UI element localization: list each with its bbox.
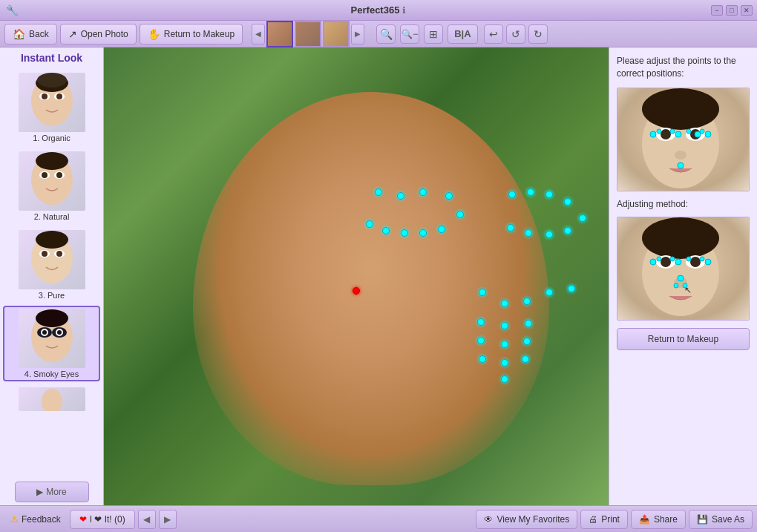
look-thumb-5 [19, 387, 85, 411]
strip-next-button[interactable]: ▶ [351, 24, 364, 45]
redo-back-button[interactable]: ↺ [506, 24, 525, 44]
strip-prev-button[interactable]: ◀ [252, 24, 265, 45]
more-button[interactable]: ▶ More [15, 482, 89, 502]
face-landmark-point[interactable] [353, 287, 360, 295]
svg-point-12 [36, 152, 68, 170]
app-title: Perfect365 [351, 4, 400, 16]
look-item-pure[interactable]: 3. Pure [3, 227, 100, 303]
face-landmark-point[interactable] [382, 227, 390, 234]
return-to-makeup-button[interactable]: Return to Makeup [617, 328, 750, 350]
face-landmark-point[interactable] [501, 375, 508, 383]
bottom-prev-button[interactable]: ◀ [138, 510, 156, 529]
settings-icon: 🔧 [6, 4, 19, 16]
save-as-button[interactable]: 💾 Save As [689, 510, 753, 529]
photo-thumb-3[interactable] [323, 21, 350, 47]
title-bar: 🔧 Perfect365 ℹ − □ ✕ [0, 0, 757, 21]
bia-button[interactable]: B|A [448, 24, 477, 44]
look-thumb-organic [19, 73, 85, 132]
more-icon: ▶ [36, 487, 43, 497]
svg-point-18 [36, 231, 68, 249]
face-landmark-point[interactable] [479, 355, 486, 363]
photo-strip: ◀ ▶ [252, 21, 364, 47]
undo-button[interactable]: ↩ [484, 24, 503, 44]
share-label: Share [654, 514, 678, 525]
look-thumb-smoky-eyes [19, 309, 85, 368]
print-button[interactable]: 🖨 Print [580, 510, 628, 529]
return-to-makeup-toolbar-button[interactable]: ✋ Return to Makeup [140, 24, 243, 45]
svg-point-57 [705, 259, 711, 265]
look-thumb-natural [19, 151, 85, 211]
face-landmark-point[interactable] [445, 192, 453, 200]
face-landmark-point[interactable] [419, 229, 427, 237]
face-landmark-point[interactable] [564, 227, 571, 234]
svg-point-52 [657, 257, 661, 261]
face-landmark-point[interactable] [545, 231, 553, 238]
back-icon: 🏠 [13, 28, 25, 40]
reference-face-image [617, 88, 750, 191]
look-face-natural [19, 151, 85, 211]
face-landmark-point[interactable] [525, 320, 532, 327]
svg-point-51 [650, 259, 656, 265]
face-landmark-point[interactable] [501, 322, 508, 329]
svg-point-36 [675, 131, 681, 137]
face-landmark-point[interactable] [545, 191, 553, 198]
face-landmark-point[interactable] [527, 188, 534, 196]
face-landmark-point[interactable] [438, 226, 445, 233]
zoom-in-button[interactable]: 🔍 [376, 24, 396, 44]
face-landmark-point[interactable] [477, 337, 485, 344]
center-photo-area[interactable] [104, 47, 609, 505]
view-favorites-button[interactable]: 👁 View My Favorites [476, 510, 577, 529]
face-landmark-point[interactable] [508, 191, 516, 198]
face-landmark-point[interactable] [477, 318, 485, 326]
face-landmark-point[interactable] [568, 285, 575, 292]
face-landmark-point[interactable] [479, 289, 486, 296]
adjusting-face-svg: ↖ [617, 217, 744, 320]
makeup-icon: ✋ [148, 28, 160, 40]
face-landmark-point[interactable] [401, 229, 408, 237]
bottom-next-button[interactable]: ▶ [159, 510, 177, 529]
feedback-button[interactable]: ⚠ Feedback [4, 510, 67, 529]
face-landmark-point[interactable] [522, 355, 529, 363]
face-landmark-point[interactable] [397, 192, 404, 200]
open-photo-label: Open Photo [81, 29, 128, 39]
photo-thumb-2[interactable] [295, 21, 321, 47]
face-landmark-point[interactable] [523, 338, 531, 345]
face-landmark-point[interactable] [375, 188, 382, 196]
face-landmark-point[interactable] [501, 300, 508, 307]
face-landmark-point[interactable] [501, 341, 508, 348]
svg-point-4 [56, 93, 62, 99]
face-landmark-point[interactable] [579, 214, 586, 222]
face-landmark-point[interactable] [525, 229, 532, 237]
look-item-natural[interactable]: 2. Natural [3, 148, 100, 224]
face-landmark-point[interactable] [419, 188, 427, 196]
look-item-organic[interactable]: 1. Organic [3, 70, 100, 145]
look-item-5[interactable] [3, 384, 100, 414]
maximize-button[interactable]: □ [726, 5, 738, 16]
love-it-button[interactable]: ❤ I ❤ It! (0) [70, 510, 135, 529]
face-landmark-point[interactable] [507, 224, 514, 231]
adjust-instruction: Please adjust the points to the correct … [617, 55, 750, 80]
back-button[interactable]: 🏠 Back [4, 24, 57, 45]
look-face-organic [19, 73, 85, 132]
eye-icon: 👁 [484, 514, 493, 525]
reference-face-svg [617, 88, 744, 191]
zoom-controls: 🔍 🔍− ⊞ B|A [376, 24, 477, 44]
zoom-out-button[interactable]: 🔍− [400, 24, 419, 44]
photo-thumb-1[interactable] [266, 21, 293, 47]
redo-forward-button[interactable]: ↻ [528, 24, 548, 44]
open-photo-button[interactable]: ↗ Open Photo [60, 24, 137, 45]
compare-button[interactable]: ⊞ [424, 24, 443, 44]
face-landmark-point[interactable] [456, 211, 464, 218]
face-landmark-point[interactable] [501, 359, 508, 367]
face-landmark-point[interactable] [366, 220, 373, 228]
face-landmark-point[interactable] [545, 289, 553, 296]
left-panel: Instant Look 1. Organic [0, 47, 104, 505]
minimize-button[interactable]: − [711, 5, 723, 16]
main-area: Instant Look 1. Organic [0, 47, 757, 505]
face-landmark-point[interactable] [564, 198, 571, 206]
share-button[interactable]: 📤 Share [631, 510, 686, 529]
face-landmark-point[interactable] [523, 298, 531, 305]
back-label: Back [29, 29, 49, 39]
look-item-smoky-eyes[interactable]: 4. Smoky Eyes [3, 306, 100, 381]
close-button[interactable]: ✕ [741, 5, 753, 16]
